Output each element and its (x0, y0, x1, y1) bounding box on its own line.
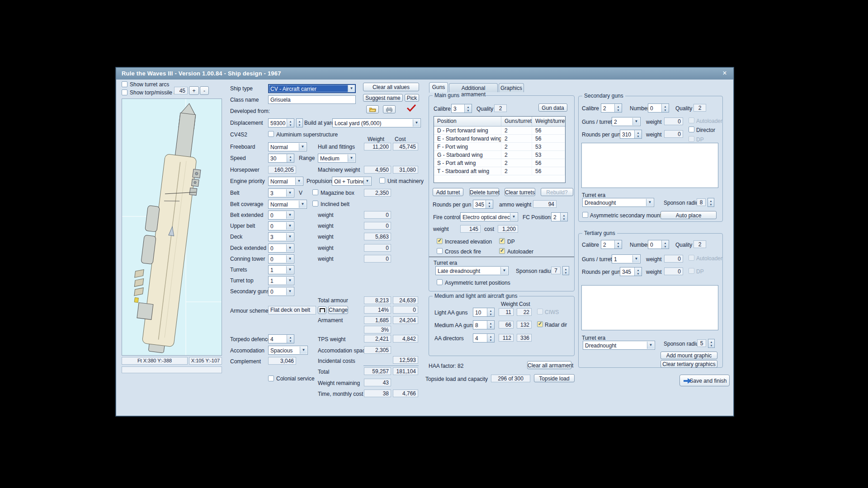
clear-turrets-button[interactable]: Clear turrets (505, 188, 535, 196)
magazine-box-checkbox[interactable] (312, 189, 318, 195)
add-mount-graphic-button[interactable]: Add mount graphic (660, 352, 717, 359)
table-row[interactable]: F - Port wing 2 53 (434, 143, 565, 151)
range-dropdown[interactable]: Medium (318, 154, 356, 163)
column-header-position[interactable]: Position (434, 117, 501, 127)
ter-guns-turret-dropdown[interactable]: 1 (612, 254, 641, 263)
sec-calibre-stepper[interactable]: 2 (601, 103, 622, 113)
arc-angle-field[interactable]: 45 (174, 87, 188, 94)
add-turret-button[interactable]: Add turret (433, 188, 463, 196)
print-button[interactable] (383, 105, 396, 113)
turret-positions-table[interactable]: Position Guns/turret Weight/turret D - P… (434, 116, 566, 183)
total-armour-label: Total armour (318, 297, 348, 304)
table-row[interactable]: G - Starboard wing 2 53 (434, 151, 565, 159)
sec-turret-era-dropdown[interactable]: Dreadnought (582, 198, 654, 207)
clear-all-armament-button[interactable]: Clear all armament (527, 361, 571, 369)
colonial-service-checkbox[interactable] (268, 375, 274, 381)
column-header-weight-turret[interactable]: Weight/turret (532, 117, 565, 127)
cross-deck-fire-checkbox[interactable] (437, 248, 443, 254)
tertiary-mounts-list[interactable] (581, 285, 718, 330)
ter-rounds-stepper[interactable]: 345 (620, 267, 642, 276)
main-calibre-stepper[interactable]: 3 (451, 104, 472, 113)
class-name-input[interactable]: Grisuela (268, 95, 356, 104)
table-row[interactable]: T - Starboard aft wing 2 56 (434, 167, 565, 175)
ship-type-dropdown[interactable]: CV - Aircraft carrier (268, 84, 356, 93)
delete-turret-button[interactable]: Delete turret (469, 188, 499, 196)
main-turret-era-dropdown[interactable]: Late dreadnought (435, 266, 509, 275)
total-label: Total (318, 369, 329, 375)
engine-priority-dropdown[interactable]: Normal (268, 177, 303, 186)
suggest-name-button[interactable]: Suggest name (363, 94, 403, 102)
belt-extended-dropdown[interactable]: 0 (268, 211, 294, 220)
aa-directors-stepper[interactable]: 4 (473, 333, 495, 343)
autoloader-checkbox[interactable] (499, 248, 505, 254)
dp-checkbox[interactable] (499, 238, 505, 244)
save-and-finish-button[interactable]: Save and finish (679, 375, 730, 386)
tab-additional-armament[interactable]: Additional armament (449, 83, 498, 92)
belt-dropdown[interactable]: 3 (268, 188, 294, 197)
medium-aa-stepper[interactable]: 8 (473, 320, 495, 329)
sec-rounds-stepper[interactable]: 310 (620, 130, 642, 139)
conning-tower-dropdown[interactable]: 0 (268, 254, 294, 263)
accomodation-dropdown[interactable]: Spacious (268, 346, 308, 355)
table-row[interactable]: E - Starboard forward wing 2 56 (434, 135, 565, 143)
ter-sponson-stepper[interactable] (708, 339, 715, 348)
table-row[interactable]: D - Port forward wing 2 56 (434, 127, 565, 135)
propulsion-dropdown[interactable]: Oil + Turbine (332, 177, 372, 186)
rounds-per-gun-stepper[interactable]: 345 (473, 200, 493, 209)
sec-number-stepper[interactable]: 0 (648, 103, 669, 113)
freeboard-dropdown[interactable]: Normal (268, 142, 307, 151)
secondary-mounts-list[interactable] (581, 143, 718, 188)
sec-sponson-stepper[interactable] (708, 198, 714, 207)
sec-director-checkbox[interactable] (689, 127, 694, 132)
radar-dir-checkbox[interactable] (537, 321, 543, 327)
light-aa-stepper[interactable]: 10 (473, 308, 495, 317)
deck-dropdown[interactable]: 3 (268, 232, 294, 241)
asymmetric-secondary-checkbox[interactable] (582, 212, 588, 218)
speed-stepper[interactable]: 30 (268, 154, 294, 163)
ter-number-stepper[interactable]: 0 (648, 240, 669, 249)
arc-plus-button[interactable]: + (189, 86, 199, 95)
main-sponson-stepper[interactable] (562, 266, 569, 275)
tab-guns[interactable]: Guns (429, 82, 448, 93)
open-folder-button[interactable] (366, 105, 379, 113)
unit-machinery-checkbox[interactable] (379, 178, 385, 183)
table-row[interactable]: S - Port aft wing 2 56 (434, 159, 565, 167)
armour-scheme-icon-button[interactable] (318, 306, 326, 314)
increased-elevation-checkbox[interactable] (437, 238, 443, 244)
displacement-fine-stepper[interactable] (296, 118, 303, 127)
confirm-check-icon[interactable] (406, 104, 416, 114)
gun-data-button[interactable]: Gun data (538, 103, 567, 112)
column-header-guns-turret[interactable]: Guns/turret (501, 117, 532, 127)
ter-turret-era-dropdown[interactable]: Dreadnought (583, 341, 655, 350)
ship-drawing-canvas[interactable] (122, 99, 222, 356)
deck-extended-dropdown[interactable]: 0 (268, 244, 294, 253)
topside-load-button[interactable]: Topside load (534, 374, 575, 382)
upper-belt-dropdown[interactable]: 0 (268, 221, 294, 230)
turret-top-dropdown[interactable]: 1 (268, 276, 294, 285)
build-at-yard-dropdown[interactable]: Local yard (95,000) (332, 118, 421, 127)
torpedo-defence-stepper[interactable]: 4 (268, 334, 294, 343)
auto-place-button[interactable]: Auto place (660, 211, 717, 219)
fire-control-dropdown[interactable]: Electro optical director (460, 212, 518, 221)
turrets-dropdown[interactable]: 1 (268, 265, 294, 274)
belt-coverage-dropdown[interactable]: Normal (268, 200, 307, 209)
displacement-stepper[interactable]: 59300 (268, 118, 294, 127)
inclined-belt-checkbox[interactable] (312, 201, 318, 206)
pick-button[interactable]: Pick (405, 94, 419, 102)
title-bar[interactable]: Rule the Waves III - Version 1.00.84 - S… (116, 68, 733, 80)
sec-weight2-value: 0 (664, 130, 683, 138)
ter-calibre-stepper[interactable]: 2 (601, 240, 622, 249)
change-armour-scheme-button[interactable]: Change (328, 306, 348, 314)
asymmetric-turret-positions-checkbox[interactable] (437, 279, 443, 285)
sec-guns-turret-dropdown[interactable]: 2 (612, 117, 641, 126)
fc-positions-stepper[interactable]: 2 (551, 212, 568, 221)
clear-tertiary-graphics-button[interactable]: Clear tertiary graphics (660, 360, 717, 368)
show-turret-arcs-checkbox[interactable] (122, 81, 127, 87)
tab-graphics[interactable]: Graphics (499, 83, 524, 92)
clear-all-values-button[interactable]: Clear all values (363, 83, 419, 91)
close-icon[interactable]: × (721, 69, 729, 77)
aluminium-superstructure-checkbox[interactable] (268, 131, 274, 137)
arc-minus-button[interactable]: - (200, 86, 209, 95)
show-torp-arcs-checkbox[interactable] (122, 89, 127, 95)
secondary-guns-count-dropdown[interactable]: 0 (268, 287, 294, 296)
